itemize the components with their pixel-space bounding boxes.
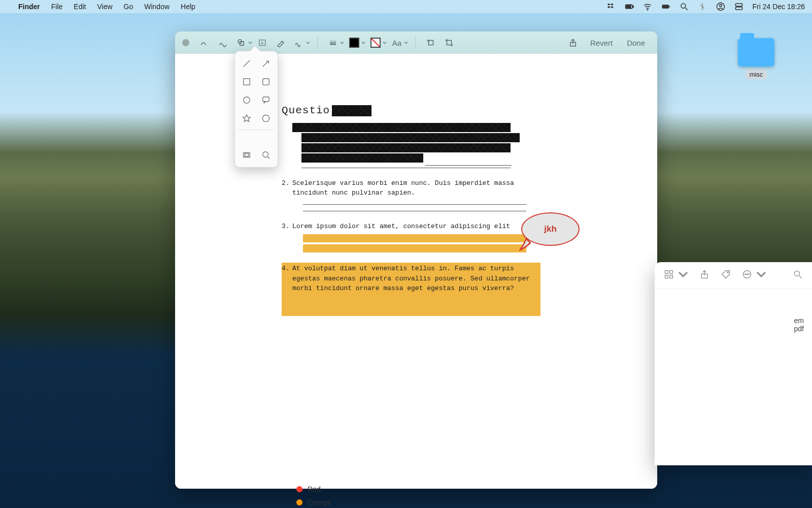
menubar-item-view[interactable]: View — [97, 3, 112, 11]
svg-rect-11 — [735, 7, 742, 10]
folder-icon — [738, 38, 774, 67]
svg-point-6 — [681, 4, 686, 8]
tag-red[interactable]: Red — [290, 483, 366, 496]
heading-text: Questio — [282, 103, 330, 119]
speech-bubble-text: jkh — [544, 223, 557, 236]
svg-point-36 — [727, 272, 729, 273]
spotlight-icon[interactable] — [680, 2, 689, 11]
finder-file-fragment: pdf — [655, 325, 804, 333]
desktop-folder-misc[interactable]: misc — [733, 38, 779, 79]
shape-mask-button[interactable] — [238, 147, 255, 163]
rotate-button[interactable] — [423, 36, 439, 50]
document-page: Questio 2. Scelerisque varius morbi enim… — [282, 103, 540, 316]
user-icon[interactable] — [716, 2, 725, 11]
svg-rect-5 — [669, 6, 670, 8]
svg-rect-2 — [632, 6, 633, 8]
highlight-block — [303, 297, 526, 315]
shape-rounded-square-button[interactable] — [257, 74, 275, 90]
svg-point-29 — [263, 152, 268, 157]
stroke-color-button[interactable] — [346, 36, 362, 50]
svg-text:A: A — [261, 41, 263, 45]
svg-point-40 — [749, 274, 750, 275]
svg-point-39 — [747, 274, 748, 275]
svg-rect-23 — [244, 79, 250, 85]
document-heading: Questio — [282, 103, 540, 119]
tags-button[interactable] — [721, 269, 731, 281]
shape-speech-bubble-button[interactable] — [257, 92, 275, 108]
shape-loupe-button[interactable] — [257, 147, 275, 163]
svg-rect-31 — [665, 271, 668, 274]
svg-point-3 — [647, 9, 648, 10]
actions-button[interactable] — [742, 269, 752, 281]
shapes-popover — [234, 51, 278, 168]
menubar-item-file[interactable]: File — [51, 3, 63, 11]
sign-tool-button[interactable] — [291, 36, 307, 50]
question-4: 4. At volutpat diam ut venenatis tellus … — [282, 263, 540, 316]
svg-line-21 — [244, 60, 250, 67]
shape-star-button[interactable] — [238, 110, 255, 126]
menubar-item-go[interactable]: Go — [124, 3, 133, 11]
svg-point-9 — [719, 5, 722, 7]
battery-full-icon[interactable] — [661, 2, 670, 11]
question-2-text: Scelerisque varius morbi enim nunc. Duis… — [292, 179, 514, 197]
svg-point-38 — [745, 274, 746, 275]
question-2: 2. Scelerisque varius morbi enim nunc. D… — [282, 178, 540, 211]
speech-bubble-tail — [519, 237, 533, 251]
text-style-button[interactable]: Aa — [389, 36, 405, 50]
tag-orange[interactable]: Orange — [290, 496, 366, 508]
search-button[interactable] — [793, 269, 803, 281]
revert-button[interactable]: Revert — [585, 37, 618, 49]
sketch-tool-button[interactable] — [196, 36, 213, 50]
finder-window: em pdf — [655, 262, 812, 465]
crop-button[interactable] — [441, 36, 457, 50]
svg-rect-33 — [665, 275, 668, 278]
shapes-tool-button[interactable] — [233, 36, 249, 50]
question-4-text: At volutpat diam ut venenatis tellus in.… — [292, 265, 530, 292]
svg-rect-32 — [670, 271, 673, 274]
control-center-icon[interactable] — [734, 2, 743, 11]
svg-point-25 — [244, 97, 250, 104]
chevron-down-icon — [306, 41, 310, 45]
share-button[interactable] — [699, 269, 709, 281]
share-button[interactable] — [565, 36, 581, 50]
chevron-down-icon — [340, 41, 344, 45]
line-style-button[interactable] — [325, 36, 341, 50]
highlight-tool-button[interactable] — [273, 36, 289, 50]
draw-tool-button[interactable] — [215, 36, 231, 50]
svg-rect-28 — [245, 153, 248, 156]
menubar-item-edit[interactable]: Edit — [74, 3, 86, 11]
svg-rect-1 — [626, 6, 631, 8]
chevron-down-icon — [383, 41, 387, 45]
dropbox-icon[interactable] — [606, 2, 616, 11]
svg-rect-34 — [670, 275, 673, 278]
svg-line-30 — [268, 157, 270, 159]
shape-arrow-button[interactable] — [257, 55, 275, 72]
chevron-down-icon — [248, 41, 252, 45]
chevron-down-icon — [756, 269, 766, 281]
view-options-button[interactable] — [664, 269, 674, 281]
svg-point-41 — [794, 271, 799, 276]
speech-bubble-annotation[interactable]: jkh — [521, 212, 580, 246]
shape-hexagon-button[interactable] — [257, 110, 275, 126]
window-close-button[interactable] — [182, 39, 189, 46]
fill-color-button[interactable] — [367, 36, 384, 50]
shape-circle-button[interactable] — [238, 92, 255, 108]
svg-rect-4 — [662, 5, 669, 9]
svg-rect-10 — [735, 4, 742, 6]
shape-line-button[interactable] — [238, 55, 255, 72]
bluetooth-off-icon[interactable] — [698, 2, 707, 11]
menubar-item-help[interactable]: Help — [181, 3, 195, 11]
menubar-item-window[interactable]: Window — [144, 3, 170, 11]
svg-rect-24 — [263, 79, 269, 85]
wifi-icon[interactable] — [643, 2, 652, 11]
menubar-clock[interactable]: Fri 24 Dec 18:26 — [753, 3, 805, 11]
shape-square-button[interactable] — [238, 74, 255, 90]
svg-line-42 — [799, 276, 802, 278]
question-3: 3. Lorem ipsum dolor sit amet, consectet… — [282, 221, 540, 253]
folder-label: misc — [746, 70, 767, 79]
svg-line-7 — [685, 8, 688, 10]
done-button[interactable]: Done — [622, 37, 650, 49]
menubar-app-name[interactable]: Finder — [18, 3, 40, 11]
question-3-text: Lorem ipsum dolor sit amet, consectetur … — [292, 223, 510, 230]
battery-icon[interactable] — [625, 2, 634, 11]
